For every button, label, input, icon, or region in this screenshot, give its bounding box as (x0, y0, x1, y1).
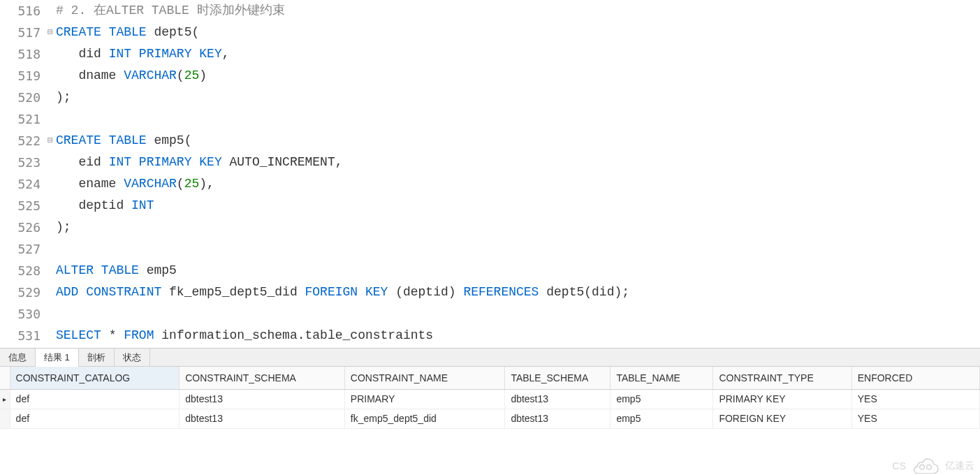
code-content[interactable]: did INT PRIMARY KEY, (56, 43, 230, 65)
code-line[interactable]: 521 (0, 108, 980, 130)
cloud-icon (912, 458, 939, 474)
cell[interactable]: emp5 (610, 389, 713, 409)
cell[interactable]: def (10, 409, 180, 428)
line-number: 523 (0, 152, 47, 173)
code-content[interactable]: # 2. 在ALTER TABLE 时添加外键约束 (56, 0, 285, 22)
code-line[interactable]: 520); (0, 87, 980, 108)
code-line[interactable]: 517⊟CREATE TABLE dept5( (0, 22, 980, 43)
cell[interactable]: PRIMARY (344, 389, 505, 409)
line-number: 525 (0, 195, 47, 217)
svg-point-1 (927, 465, 932, 469)
fold-gutter[interactable]: ⊟ (47, 22, 56, 43)
code-content[interactable]: CREATE TABLE dept5( (56, 22, 199, 43)
code-content[interactable]: dname VARCHAR(25) (56, 65, 207, 87)
cell[interactable]: dbtest13 (180, 409, 345, 428)
column-header[interactable]: CONSTRAINT_NAME (344, 367, 505, 389)
row-marker (0, 409, 10, 428)
code-content[interactable]: SELECT * FROM information_schema.table_c… (56, 325, 433, 346)
line-number: 518 (0, 43, 47, 65)
cell[interactable]: FOREIGN KEY (713, 409, 851, 428)
watermark: CS 亿速云 (893, 458, 974, 474)
line-number: 517 (0, 22, 47, 43)
code-editor[interactable]: 516# 2. 在ALTER TABLE 时添加外键约束517⊟CREATE T… (0, 0, 980, 349)
cell[interactable]: def (10, 389, 180, 409)
watermark-brand: 亿速云 (945, 460, 974, 472)
table-row[interactable]: ▸defdbtest13PRIMARYdbtest13emp5PRIMARY K… (0, 389, 980, 409)
code-content[interactable]: ); (56, 217, 71, 238)
results-table[interactable]: CONSTRAINT_CATALOGCONSTRAINT_SCHEMACONST… (0, 367, 980, 429)
tab-0[interactable]: 信息 (0, 349, 36, 366)
line-number: 522 (0, 130, 47, 152)
tab-2[interactable]: 剖析 (79, 349, 115, 366)
watermark-text-left: CS (893, 460, 906, 472)
cell[interactable]: dbtest13 (505, 409, 610, 428)
row-handle-header (0, 367, 10, 389)
column-header[interactable]: CONSTRAINT_CATALOG (10, 367, 180, 389)
code-line[interactable]: 522⊟CREATE TABLE emp5( (0, 130, 980, 152)
table-row[interactable]: defdbtest13fk_emp5_dept5_diddbtest13emp5… (0, 409, 980, 428)
line-number: 528 (0, 260, 47, 282)
cell[interactable]: PRIMARY KEY (713, 389, 851, 409)
code-line[interactable]: 529ADD CONSTRAINT fk_emp5_dept5_did FORE… (0, 282, 980, 303)
code-line[interactable]: 516# 2. 在ALTER TABLE 时添加外键约束 (0, 0, 980, 22)
tab-3[interactable]: 状态 (115, 349, 150, 366)
results-tabs: 信息结果 1剖析状态 (0, 349, 980, 367)
line-number: 527 (0, 238, 47, 260)
svg-point-0 (920, 465, 925, 469)
line-number: 521 (0, 108, 47, 130)
line-number: 526 (0, 217, 47, 238)
code-line[interactable]: 531SELECT * FROM information_schema.tabl… (0, 325, 980, 346)
code-line[interactable]: 527 (0, 238, 980, 260)
code-line[interactable]: 526); (0, 217, 980, 238)
cell[interactable]: emp5 (610, 409, 713, 428)
cell[interactable]: dbtest13 (505, 389, 610, 409)
row-marker: ▸ (0, 389, 10, 409)
code-line[interactable]: 524 ename VARCHAR(25), (0, 173, 980, 195)
code-line[interactable]: 523 eid INT PRIMARY KEY AUTO_INCREMENT, (0, 152, 980, 173)
line-number: 530 (0, 303, 47, 325)
code-content[interactable]: eid INT PRIMARY KEY AUTO_INCREMENT, (56, 152, 343, 173)
code-content[interactable]: ALTER TABLE emp5 (56, 260, 177, 282)
column-header[interactable]: ENFORCED (851, 367, 979, 389)
column-header[interactable]: CONSTRAINT_TYPE (713, 367, 851, 389)
code-content[interactable]: ename VARCHAR(25), (56, 173, 214, 195)
column-header[interactable]: TABLE_SCHEMA (505, 367, 610, 389)
cell[interactable]: YES (851, 409, 979, 428)
tab-1[interactable]: 结果 1 (36, 349, 79, 367)
column-header[interactable]: CONSTRAINT_SCHEMA (180, 367, 345, 389)
line-number: 519 (0, 65, 47, 87)
column-header[interactable]: TABLE_NAME (610, 367, 713, 389)
code-line[interactable]: 528ALTER TABLE emp5 (0, 260, 980, 282)
line-number: 516 (0, 0, 47, 22)
line-number: 524 (0, 173, 47, 195)
code-line[interactable]: 525 deptid INT (0, 195, 980, 217)
line-number: 529 (0, 282, 47, 303)
code-line[interactable]: 519 dname VARCHAR(25) (0, 65, 980, 87)
code-content[interactable]: ADD CONSTRAINT fk_emp5_dept5_did FOREIGN… (56, 282, 629, 303)
line-number: 531 (0, 325, 47, 346)
line-number: 520 (0, 87, 47, 108)
code-line[interactable]: 518 did INT PRIMARY KEY, (0, 43, 980, 65)
cell[interactable]: YES (851, 389, 979, 409)
code-line[interactable]: 530 (0, 303, 980, 325)
code-content[interactable]: ); (56, 87, 71, 108)
cell[interactable]: fk_emp5_dept5_did (344, 409, 505, 428)
code-content[interactable]: CREATE TABLE emp5( (56, 130, 191, 152)
cell[interactable]: dbtest13 (180, 389, 345, 409)
code-content[interactable]: deptid INT (56, 195, 154, 217)
fold-gutter[interactable]: ⊟ (47, 130, 56, 152)
